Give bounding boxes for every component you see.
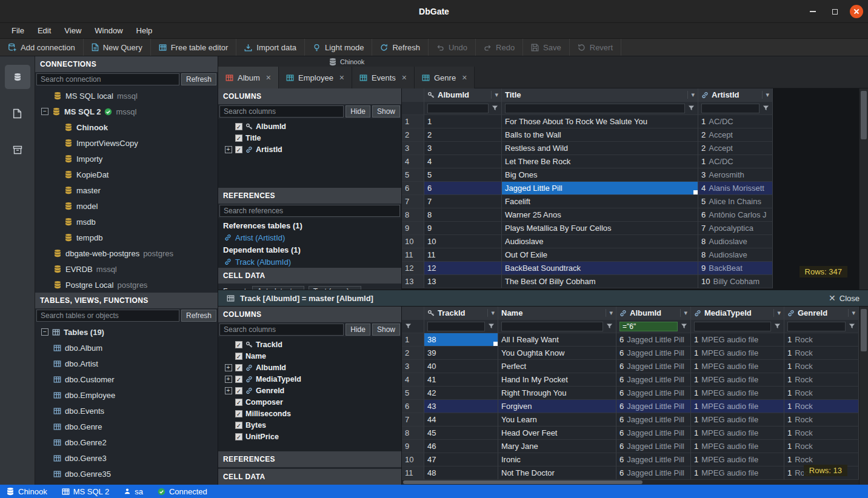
data-cell[interactable]: Forgiven xyxy=(498,400,616,413)
tab-close-icon[interactable]: × xyxy=(462,73,467,82)
album-column-header-AlbumId[interactable]: AlbumId▾ xyxy=(424,88,502,102)
data-cell[interactable]: 6Jagged Little Pill xyxy=(616,453,691,466)
row-number[interactable]: 2 xyxy=(402,347,424,360)
track-column-header-GenreId[interactable]: GenreId▾ xyxy=(784,307,859,320)
table-dbo.Album[interactable]: dbo.Album xyxy=(35,340,218,356)
filter-input[interactable] xyxy=(505,104,685,113)
tab-close-icon[interactable]: × xyxy=(266,73,271,82)
status-sa[interactable]: sa xyxy=(124,487,143,496)
data-cell[interactable]: 1MPEG audio file xyxy=(691,333,784,347)
connections-refresh-button[interactable]: Refresh xyxy=(181,73,216,85)
data-cell[interactable]: 1MPEG audio file xyxy=(691,387,784,400)
data-cell[interactable]: Big Ones xyxy=(502,168,698,182)
data-cell[interactable]: 1MPEG audio file xyxy=(691,360,784,373)
track-horizontal-scrollbar[interactable] xyxy=(402,480,859,485)
data-cell[interactable]: 2 xyxy=(424,128,502,142)
tab-Events[interactable]: Events× xyxy=(352,67,415,88)
column-checkbox[interactable]: ✓ xyxy=(235,376,242,383)
connection-ImportViewsCopy[interactable]: ImportViewsCopy xyxy=(35,135,218,151)
column-dropdown-icon[interactable]: ▾ xyxy=(491,91,498,99)
data-cell[interactable]: 8 xyxy=(424,208,502,222)
status-Connected[interactable]: Connected xyxy=(158,487,207,496)
filter-input[interactable] xyxy=(427,104,489,113)
connection-Chinook[interactable]: Chinook xyxy=(35,119,218,135)
tab-close-icon[interactable]: × xyxy=(339,73,344,82)
data-cell[interactable]: 1MPEG audio file xyxy=(691,440,784,453)
connection-dbgate-web-postgres[interactable]: dbgate-web-postgrespostgres xyxy=(35,245,218,261)
column-item-AlbumId[interactable]: ✓AlbumId xyxy=(218,121,401,132)
data-cell[interactable]: 6Jagged Little Pill xyxy=(616,400,691,413)
data-cell[interactable]: 1Rock xyxy=(784,373,859,387)
data-cell[interactable]: 2Accept xyxy=(698,128,773,142)
filter-input[interactable] xyxy=(694,322,771,331)
filter-input[interactable] xyxy=(427,322,485,331)
expand-expander[interactable]: + xyxy=(225,146,232,153)
data-cell[interactable]: 1Rock xyxy=(784,413,859,427)
data-cell[interactable]: 44 xyxy=(424,413,498,427)
data-cell[interactable]: 6Jagged Little Pill xyxy=(616,440,691,453)
column-checkbox[interactable]: ✓ xyxy=(235,433,242,440)
column-dropdown-icon[interactable]: ▾ xyxy=(606,309,613,317)
column-dropdown-icon[interactable]: ▾ xyxy=(762,91,769,99)
data-cell[interactable]: 4Alanis Morissett xyxy=(698,182,773,195)
table-dbo.Genre3[interactable]: dbo.Genre3 xyxy=(35,450,218,466)
column-item-MediaTypeId[interactable]: +✓MediaTypeId xyxy=(218,373,401,385)
data-cell[interactable]: 5 xyxy=(424,168,502,182)
data-cell[interactable]: 38 xyxy=(424,333,498,347)
data-cell[interactable]: 6Jagged Little Pill xyxy=(616,466,691,480)
connection-tempdb[interactable]: tempdb xyxy=(35,230,218,245)
data-cell[interactable]: 6Jagged Little Pill xyxy=(616,373,691,387)
data-cell[interactable]: You Oughta Know xyxy=(498,347,616,360)
data-cell[interactable]: 1Rock xyxy=(784,387,859,400)
show-button[interactable]: Show xyxy=(372,324,400,336)
track-column-header-Name[interactable]: Name▾ xyxy=(498,307,616,320)
column-item-Composer[interactable]: ✓Composer xyxy=(218,396,401,408)
data-cell[interactable]: 5Alice In Chains xyxy=(698,195,773,208)
data-cell[interactable]: 1MPEG audio file xyxy=(691,453,784,466)
column-item-TrackId[interactable]: ✓TrackId xyxy=(218,339,401,350)
tab-Employee[interactable]: Employee× xyxy=(279,67,352,88)
close-button[interactable] xyxy=(850,5,863,18)
row-number[interactable]: 10 xyxy=(402,453,424,466)
column-dropdown-icon[interactable]: ▾ xyxy=(773,309,781,317)
data-cell[interactable]: 1Rock xyxy=(784,360,859,373)
reference-close-button[interactable]: ✕ Close xyxy=(829,293,860,303)
data-cell[interactable]: Not The Doctor xyxy=(498,466,616,480)
data-cell[interactable]: 7 xyxy=(424,195,502,208)
data-cell[interactable]: 6Jagged Little Pill xyxy=(616,333,691,347)
row-number[interactable]: 5 xyxy=(402,168,424,182)
column-checkbox[interactable]: ✓ xyxy=(235,146,242,153)
collapse-expander[interactable]: − xyxy=(41,328,48,336)
data-cell[interactable]: 3Aerosmith xyxy=(698,168,773,182)
connection-model[interactable]: model xyxy=(35,198,218,214)
maximize-button[interactable] xyxy=(828,5,841,18)
column-dropdown-icon[interactable]: ▾ xyxy=(680,309,687,317)
table-dbo.Genre2[interactable]: dbo.Genre2 xyxy=(35,434,218,450)
data-cell[interactable]: 8Audioslave xyxy=(698,235,773,248)
tables-group[interactable]: −Tables (19) xyxy=(35,324,218,340)
column-dropdown-icon[interactable]: ▾ xyxy=(848,309,855,317)
data-cell[interactable]: 7Apocalyptica xyxy=(698,222,773,235)
data-cell[interactable]: 6 xyxy=(424,182,502,195)
activity-database-button[interactable] xyxy=(5,65,30,89)
data-cell[interactable]: 45 xyxy=(424,427,498,440)
row-number[interactable]: 8 xyxy=(402,427,424,440)
filter-input[interactable] xyxy=(787,322,846,331)
status-MS SQL 2[interactable]: MS SQL 2 xyxy=(62,487,109,496)
data-cell[interactable]: 4 xyxy=(424,155,502,168)
album-vertical-scrollbar[interactable] xyxy=(859,88,868,290)
row-number[interactable]: 1 xyxy=(402,115,424,128)
column-checkbox[interactable]: ✓ xyxy=(235,353,242,360)
data-cell[interactable]: 47 xyxy=(424,453,498,466)
data-cell[interactable]: 6Jagged Little Pill xyxy=(616,347,691,360)
row-number[interactable]: 8 xyxy=(402,208,424,222)
table-dbo.Genre[interactable]: dbo.Genre xyxy=(35,419,218,434)
toolbar-free-table-editor-button[interactable]: Free table editor xyxy=(151,39,237,56)
data-cell[interactable]: Jagged Little Pill xyxy=(502,182,698,195)
connection-KopieDat[interactable]: KopieDat xyxy=(35,167,218,182)
data-cell[interactable]: 6Jagged Little Pill xyxy=(616,427,691,440)
data-cell[interactable]: Balls to the Wall xyxy=(502,128,698,142)
row-number[interactable]: 9 xyxy=(402,440,424,453)
data-cell[interactable]: 10 xyxy=(424,235,502,248)
data-cell[interactable]: 11 xyxy=(424,248,502,262)
